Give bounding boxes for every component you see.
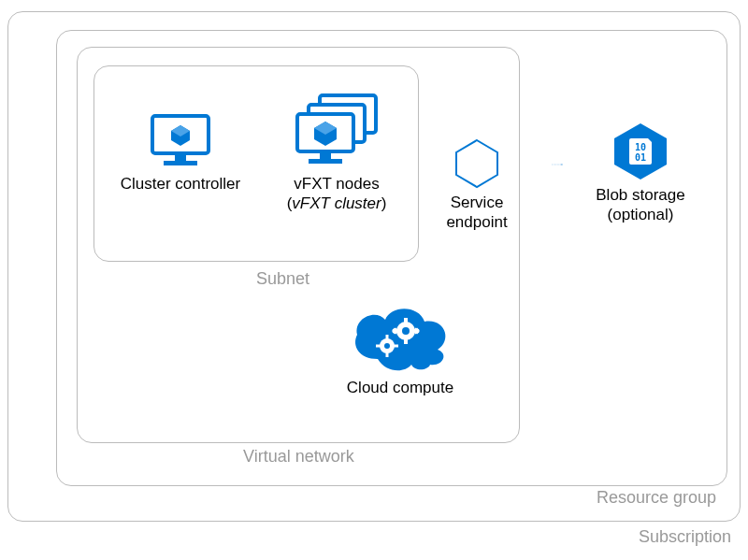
cluster-controller: Cluster controller: [110, 112, 251, 194]
subnet-label: Subnet: [256, 269, 309, 289]
svg-rect-25: [386, 335, 389, 339]
blob-storage-label2: (optional): [580, 205, 701, 224]
svg-point-14: [402, 327, 410, 335]
service-endpoint-label2: endpoint: [421, 212, 533, 232]
svg-text:01: 01: [635, 152, 646, 163]
vfxt-nodes-label: vFXT nodes: [271, 174, 402, 194]
svg-rect-7: [309, 159, 342, 164]
svg-rect-28: [394, 345, 398, 348]
cluster-controller-label: Cluster controller: [110, 174, 251, 194]
resource-group-label: Resource group: [597, 488, 716, 508]
svg-rect-27: [376, 345, 381, 348]
blob-storage: 10 01 Blob storage (optional): [580, 122, 701, 225]
svg-point-24: [384, 343, 390, 349]
svg-rect-16: [404, 338, 408, 344]
cloud-gears-icon: [344, 299, 456, 374]
svg-rect-1: [175, 153, 186, 161]
subscription-label: Subscription: [639, 527, 731, 547]
vfxt-sublabel-suffix: ): [381, 194, 387, 212]
cloud-compute-label: Cloud compute: [325, 378, 475, 397]
svg-rect-15: [404, 318, 408, 323]
hexagon-icon: [453, 138, 500, 189]
svg-rect-2: [164, 161, 197, 165]
blob-storage-label1: Blob storage: [580, 185, 701, 205]
service-endpoint-label1: Service: [421, 193, 533, 212]
vfxt-nodes: vFXT nodes (vFXT cluster): [271, 92, 402, 214]
vfxt-sublabel-italic: vFXT cluster: [292, 194, 381, 212]
svg-rect-6: [320, 151, 331, 159]
svg-marker-8: [456, 140, 497, 187]
cloud-compute: Cloud compute: [325, 299, 475, 397]
vm-icon: [149, 112, 212, 168]
virtual-network-label: Virtual network: [243, 447, 354, 467]
vm-stack-icon: [290, 92, 383, 168]
blob-icon: 10 01: [611, 122, 670, 181]
svg-marker-30: [561, 164, 563, 165]
svg-text:10: 10: [635, 142, 646, 152]
svg-rect-26: [386, 352, 389, 357]
arrow-endpoint-to-blob: [519, 164, 596, 165]
service-endpoint: Service endpoint: [421, 138, 533, 233]
vfxt-nodes-sublabel: (vFXT cluster): [271, 194, 402, 213]
